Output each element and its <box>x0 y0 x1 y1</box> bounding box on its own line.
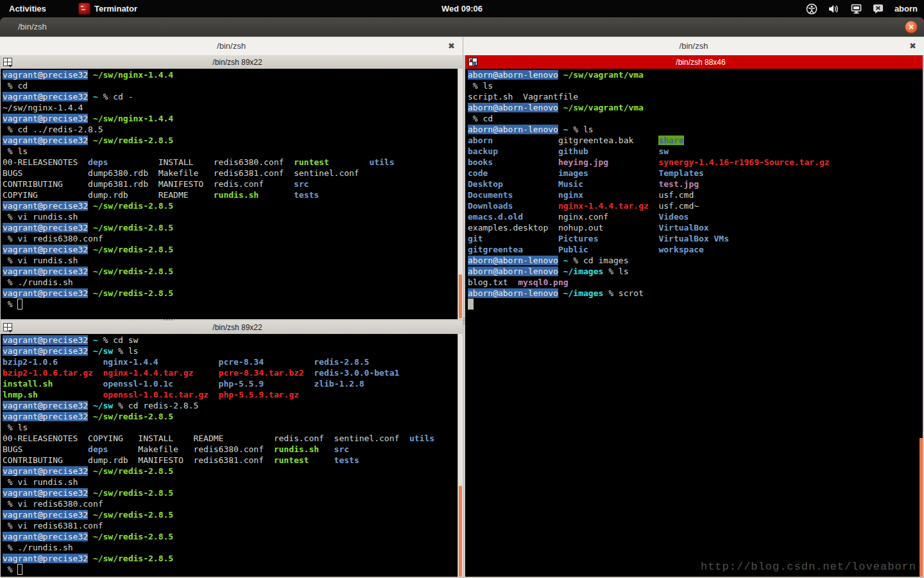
terminal-top-left[interactable]: vagrant@precise32 ~/sw/nginx-1.4.4 % cdv… <box>0 69 458 319</box>
terminal-line: COPYING dump.rdb README rundis.sh tests <box>3 189 458 200</box>
terminal-line: aborn gitgreentea.bak share <box>468 135 920 146</box>
watermark-text: http://blog.csdn.net/loveaborn <box>701 561 916 573</box>
terminal-line: % ./rundis.sh <box>3 542 458 553</box>
terminal-line: bzip2-1.0.6.tar.gz nginx-1.4.4.tar.gz pc… <box>3 367 458 378</box>
terminal-line: script.sh Vagrantfile <box>468 91 920 102</box>
tab-left-label: /bin/zsh <box>0 37 463 55</box>
terminal-line: code images Templates <box>468 168 920 179</box>
terminal-line: emacs.d.old nginx.conf Videos <box>468 211 920 222</box>
tab-right-close-icon[interactable]: ✖ <box>909 37 916 55</box>
scrollbar-thumb[interactable] <box>459 274 462 319</box>
terminal-line: CONTRIBUTING dump.rdb MANIFESTO redis638… <box>3 455 458 466</box>
pane-right-title: /bin/zsh 88x46 <box>477 58 924 67</box>
terminal-line: blog.txt mysql0.png <box>468 277 920 288</box>
terminal-line: % vi redis6380.conf <box>3 233 458 244</box>
tab-bar: /bin/zsh ✖ /bin/zsh ✖ <box>0 37 924 57</box>
terminal-line: aborn@aborn-lenovo ~ % cd images <box>468 255 920 266</box>
tab-right-label: /bin/zsh <box>463 37 924 55</box>
terminal-line: vagrant@precise32 ~/sw/redis-2.8.5 <box>3 244 458 255</box>
terminal-right[interactable]: aborn@aborn-lenovo ~/sw/vagrant/vma % ls… <box>465 69 920 578</box>
pane-right-titlebar[interactable]: /bin/zsh 88x46 <box>465 55 924 69</box>
group-icon[interactable] <box>3 58 12 66</box>
terminal-line: % cd ../redis-2.8.5 <box>3 124 458 135</box>
tab-right[interactable]: /bin/zsh ✖ <box>463 37 924 55</box>
horizontal-splitter[interactable] <box>0 319 463 320</box>
tab-left-close-icon[interactable]: ✖ <box>448 37 455 55</box>
terminal-line: vagrant@precise32 ~/sw/nginx-1.4.4 <box>3 113 458 124</box>
clock[interactable]: Wed 09:06 <box>441 0 483 17</box>
display-icon[interactable] <box>851 4 862 14</box>
terminal-line: 00-RELEASENOTES deps INSTALL redis6380.c… <box>3 157 458 168</box>
volume-icon[interactable] <box>828 4 840 14</box>
activities-button[interactable]: Activities <box>9 0 46 17</box>
tab-left[interactable]: /bin/zsh ✖ <box>0 37 463 55</box>
system-tray: aborn <box>806 0 918 17</box>
terminal-line: vagrant@precise32 ~/sw/redis-2.8.5 <box>3 222 458 233</box>
pane-bottom-left-title: /bin/zsh 89x22 <box>12 323 463 332</box>
terminal-line: % ./rundis.sh <box>3 277 458 288</box>
terminal-line: vagrant@precise32 ~/sw/redis-2.8.5 <box>3 288 458 299</box>
terminal-line <box>468 299 920 310</box>
pane-right: /bin/zsh 88x46 aborn@aborn-lenovo ~/sw/v… <box>465 55 924 578</box>
terminal-bottom-left[interactable]: vagrant@precise32 ~ % cd swvagrant@preci… <box>0 334 458 578</box>
pane-top-left-titlebar[interactable]: /bin/zsh 89x22 <box>0 55 463 69</box>
terminal-line: vagrant@precise32 ~ % cd sw <box>3 335 458 346</box>
user-menu[interactable]: aborn <box>894 4 918 13</box>
window-close-button[interactable]: ✕ <box>905 21 918 33</box>
pane-bottom-left-titlebar[interactable]: /bin/zsh 89x22 <box>0 320 463 335</box>
focused-app-name: Terminator <box>94 4 137 13</box>
pane-top-left-title: /bin/zsh 89x22 <box>12 58 463 67</box>
scrollbar-thumb[interactable] <box>459 486 462 577</box>
group-icon[interactable] <box>3 323 12 331</box>
terminal-line: 00-RELEASENOTES COPYING INSTALL README r… <box>3 433 458 444</box>
terminal-line: examples.desktop nohup.out VirtualBox <box>468 222 920 233</box>
scrollbar-top-left[interactable] <box>458 69 463 319</box>
terminal-line: vagrant@precise32 ~ % cd - <box>3 91 458 102</box>
terminal-line: bzip2-1.0.6 nginx-1.4.4 pcre-8.34 redis-… <box>3 356 458 367</box>
group-icon[interactable] <box>468 58 477 66</box>
terminal-line: aborn@aborn-lenovo ~/sw/vagrant/vma <box>468 102 920 113</box>
terminal-line: git Pictures VirtualBox VMs <box>468 233 920 244</box>
terminal-line: vagrant@precise32 ~/sw/redis-2.8.5 <box>3 531 458 542</box>
terminal-line: vagrant@precise32 ~/sw % ls <box>3 346 458 356</box>
terminal-line: aborn@aborn-lenovo ~ % ls <box>468 124 920 135</box>
terminal-line: install.sh openssl-1.0.1c php-5.5.9 zlib… <box>3 378 458 389</box>
terminal-line: aborn@aborn-lenovo ~/images % scrot <box>468 288 920 299</box>
window-title: /bin/zsh <box>18 17 47 37</box>
terminal-line: Documents nginx usf.cmd <box>468 189 920 200</box>
scrollbar-bottom-left[interactable] <box>458 334 463 578</box>
terminal-line: aborn@aborn-lenovo ~/images % ls <box>468 266 920 277</box>
terminal-line: % vi redis6381.conf <box>3 520 458 531</box>
terminal-line: vagrant@precise32 ~/sw/redis-2.8.5 <box>3 487 458 498</box>
terminal-line: % cd <box>3 80 458 91</box>
terminal-line: % <box>3 564 458 575</box>
window-frame-edge <box>0 55 1 578</box>
window-titlebar[interactable]: /bin/zsh ✕ <box>0 17 924 37</box>
terminal-line: vagrant@precise32 ~/sw/redis-2.8.5 <box>3 466 458 477</box>
pane-top-left: /bin/zsh 89x22 vagrant@precise32 ~/sw/ng… <box>0 55 463 319</box>
terminal-line: gitgreentea Public workspace <box>468 244 920 255</box>
terminal-line: vagrant@precise32 ~/sw/redis-2.8.5 <box>3 509 458 520</box>
accessibility-icon[interactable] <box>806 3 817 15</box>
terminal-line: vagrant@precise32 ~/sw/redis-2.8.5 <box>3 411 458 422</box>
terminal-line: % vi rundis.sh <box>3 211 458 222</box>
terminal-line: vagrant@precise32 ~/sw/redis-2.8.5 <box>3 200 458 211</box>
terminal-line: vagrant@precise32 ~/sw % cd redis-2.8.5 <box>3 400 458 411</box>
terminal-line: BUGS deps Makefile redis6380.conf rundis… <box>3 444 458 455</box>
terminal-area: /bin/zsh 89x22 vagrant@precise32 ~/sw/ng… <box>0 55 924 578</box>
terminal-line: vagrant@precise32 ~/sw/redis-2.8.5 <box>3 135 458 146</box>
focused-app-menu[interactable]: Terminator <box>78 0 137 17</box>
terminal-line: lnmp.sh openssl-1.0.1c.tar.gz php-5.5.9.… <box>3 389 458 400</box>
top-bar: Activities Terminator Wed 09:06 aborn <box>0 0 924 17</box>
chat-icon[interactable] <box>873 4 884 13</box>
terminal-line: Desktop Music test.jpg <box>468 179 920 189</box>
terminal-line: % vi redis6380.conf <box>3 498 458 509</box>
terminal-line: aborn@aborn-lenovo ~/sw/vagrant/vma <box>468 69 920 80</box>
terminal-line: % ls <box>3 422 458 433</box>
terminal-line: % ls <box>3 146 458 157</box>
desktop-screen: Activities Terminator Wed 09:06 aborn /b… <box>0 0 924 578</box>
pane-bottom-left: /bin/zsh 89x22 vagrant@precise32 ~ % cd … <box>0 320 463 578</box>
terminal-line: books heying.jpg synergy-1.4.16-r1969-So… <box>468 157 920 168</box>
horizontal-splitter-grip[interactable] <box>164 319 173 320</box>
terminal-line: backup github sw <box>468 146 920 157</box>
